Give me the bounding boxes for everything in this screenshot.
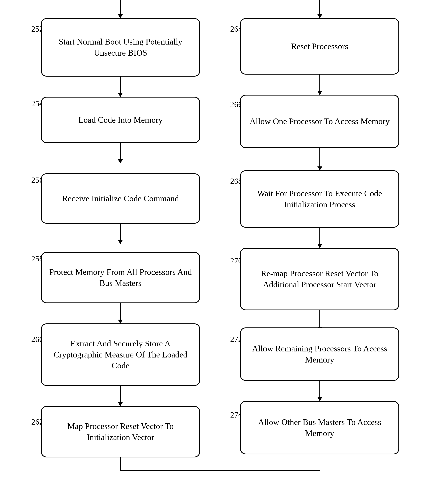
- arrow-254-256: [120, 143, 121, 163]
- arrow-258-260: [120, 303, 121, 323]
- arrow-260-262: [120, 386, 121, 406]
- box-266: Allow One Processor To Access Memory: [240, 95, 399, 148]
- box-256: Receive Initialize Code Command: [41, 173, 200, 224]
- box-252: Start Normal Boot Using Potentially Unse…: [41, 18, 200, 76]
- connector-right-v: [319, 0, 320, 18]
- diagram: 252 Start Normal Boot Using Potentially …: [0, 0, 448, 481]
- box-268: Wait For Processor To Execute Code Initi…: [240, 170, 399, 228]
- connector-bottom-left: [120, 458, 121, 471]
- box-262: Map Processor Reset Vector To Initializa…: [41, 406, 200, 458]
- box-258: Protect Memory From All Processors And B…: [41, 252, 200, 303]
- arrow-264-266: [319, 75, 320, 95]
- arrow-252-254: [120, 76, 121, 97]
- arrow-268-270: [319, 228, 320, 248]
- arrow-266-268: [319, 148, 320, 170]
- box-274: Allow Other Bus Masters To Access Memory: [240, 401, 399, 454]
- arrow-272-274: [319, 381, 320, 401]
- box-272: Allow Remaining Processors To Access Mem…: [240, 327, 399, 381]
- arrow-256-258: [120, 224, 121, 244]
- box-254: Load Code Into Memory: [41, 97, 200, 143]
- connector-bottom-h: [120, 470, 320, 471]
- box-270: Re-map Processor Reset Vector To Additio…: [240, 248, 399, 310]
- arrow-top-252: [120, 0, 121, 18]
- box-264: Reset Processors: [240, 18, 399, 75]
- box-260: Extract And Securely Store A Cryptograph…: [41, 323, 200, 386]
